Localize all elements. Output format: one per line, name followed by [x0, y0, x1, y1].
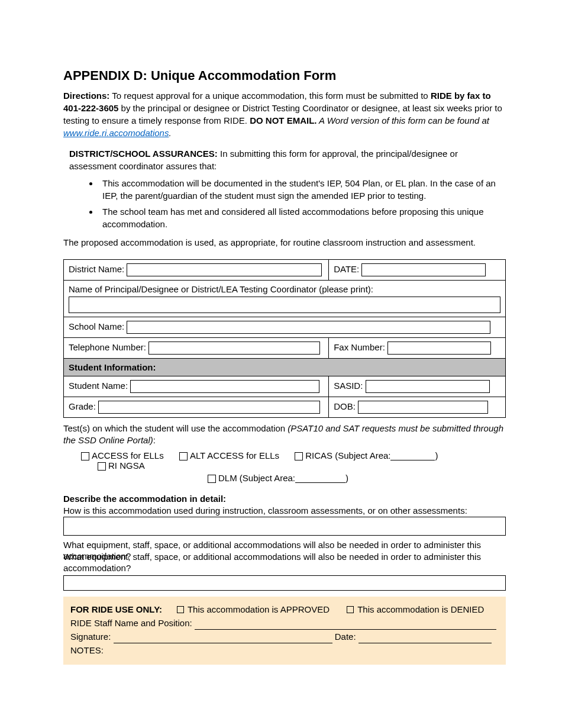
- dob-input[interactable]: [358, 401, 488, 414]
- student-name-label: Student Name:: [69, 381, 128, 391]
- fax-label: Fax Number:: [334, 342, 385, 352]
- label-dlm: DLM (Subject Area:: [218, 473, 295, 483]
- checkbox-denied[interactable]: [347, 606, 354, 613]
- label-access: ACCESS for ELLs: [92, 450, 164, 460]
- checkbox-ringsa[interactable]: [98, 462, 106, 471]
- describe-q2-real: What equipment, staff, space, or additio…: [63, 551, 506, 574]
- assurances-intro: DISTRICT/SCHOOL ASSURANCES: In submittin…: [69, 147, 506, 172]
- ricas-subject-input[interactable]: [390, 452, 435, 460]
- tests-intro-text: Test(s) on which the student will use th…: [63, 423, 288, 433]
- fax-input[interactable]: [387, 342, 491, 355]
- checkbox-ricas[interactable]: [295, 452, 303, 460]
- grade-input[interactable]: [98, 401, 320, 414]
- student-name-input[interactable]: [130, 380, 319, 393]
- principal-label: Name of Principal/Designee or District/L…: [69, 284, 500, 294]
- ride-use-only-box: FOR RIDE USE ONLY: This accommodation is…: [63, 597, 506, 665]
- ride-signature-input[interactable]: [114, 635, 332, 643]
- telephone-label: Telephone Number:: [69, 342, 146, 352]
- assurances-label: DISTRICT/SCHOOL ASSURANCES:: [69, 149, 218, 159]
- label-ricas: RICAS (Subject Area:: [305, 450, 390, 460]
- label-denied: This accommodation is DENIED: [357, 604, 484, 614]
- describe-q1-input[interactable]: [63, 517, 506, 536]
- assurances-list: This accommodation will be documented in…: [99, 177, 506, 230]
- date-input[interactable]: [361, 263, 486, 276]
- dlm-subject-input[interactable]: [295, 475, 345, 483]
- describe-q1: How is this accommodation used during in…: [63, 505, 506, 517]
- tests-colon: :: [153, 435, 156, 445]
- label-ringsa: RI NGSA: [108, 460, 145, 471]
- page-title: APPENDIX D: Unique Accommodation Form: [63, 68, 506, 83]
- telephone-input[interactable]: [148, 342, 320, 355]
- assurances-tail: The proposed accommodation is used, as a…: [63, 236, 506, 249]
- describe-heading: Describe the accommodation in detail:: [63, 494, 506, 504]
- label-approved: This accommodation is APPROVED: [188, 604, 330, 614]
- tests-checkrow-2: DLM (Subject Area:): [63, 473, 506, 483]
- directions-period: .: [169, 128, 171, 138]
- assurances-bullet-1: This accommodation will be documented in…: [99, 177, 506, 202]
- tests-checkrow-1: ACCESS for ELLs ALT ACCESS for ELLs RICA…: [81, 450, 506, 471]
- checkbox-alt-access[interactable]: [179, 452, 188, 460]
- sasid-label: SASID:: [334, 381, 363, 391]
- directions-paragraph: Directions: To request approval for a un…: [63, 89, 506, 139]
- district-name-input[interactable]: [127, 263, 322, 276]
- assurances-bullet-2: The school team has met and considered a…: [99, 205, 506, 230]
- sasid-input[interactable]: [366, 380, 490, 393]
- ride-date-label: Date:: [332, 632, 358, 642]
- student-info-header: Student Information:: [64, 359, 506, 376]
- directions-label: Directions:: [63, 91, 109, 101]
- checkbox-approved[interactable]: [177, 606, 184, 613]
- ride-signature-label: Signature:: [70, 632, 114, 642]
- directions-italic: A Word version of this form can be found…: [316, 115, 489, 125]
- dob-label: DOB:: [334, 401, 356, 411]
- ride-staff-label: RIDE Staff Name and Position:: [70, 618, 195, 628]
- directions-donotemail: DO NOT EMAIL.: [250, 115, 316, 125]
- tests-intro: Test(s) on which the student will use th…: [63, 423, 506, 446]
- ride-staff-input[interactable]: [195, 621, 496, 630]
- school-name-label: School Name:: [69, 321, 124, 331]
- ride-notes-label: NOTES:: [70, 643, 499, 657]
- date-label: DATE:: [334, 264, 359, 274]
- directions-link[interactable]: www.ride.ri.accomodations: [63, 128, 169, 138]
- checkbox-dlm[interactable]: [208, 475, 216, 483]
- label-alt-access: ALT ACCESS for ELLs: [190, 450, 279, 460]
- district-name-label: District Name:: [69, 264, 124, 274]
- checkbox-access[interactable]: [81, 452, 89, 460]
- grade-label: Grade:: [69, 401, 96, 411]
- school-name-input[interactable]: [127, 321, 490, 334]
- directions-text-1: To request approval for a unique accommo…: [109, 91, 431, 101]
- principal-input[interactable]: [69, 297, 500, 313]
- dlm-close: ): [345, 473, 348, 483]
- ride-heading: FOR RIDE USE ONLY:: [70, 604, 162, 614]
- ride-date-input[interactable]: [358, 635, 492, 643]
- describe-q2-input[interactable]: [63, 575, 506, 591]
- form-table: District Name: DATE: Name of Principal/D…: [63, 259, 506, 418]
- ricas-close: ): [435, 450, 438, 460]
